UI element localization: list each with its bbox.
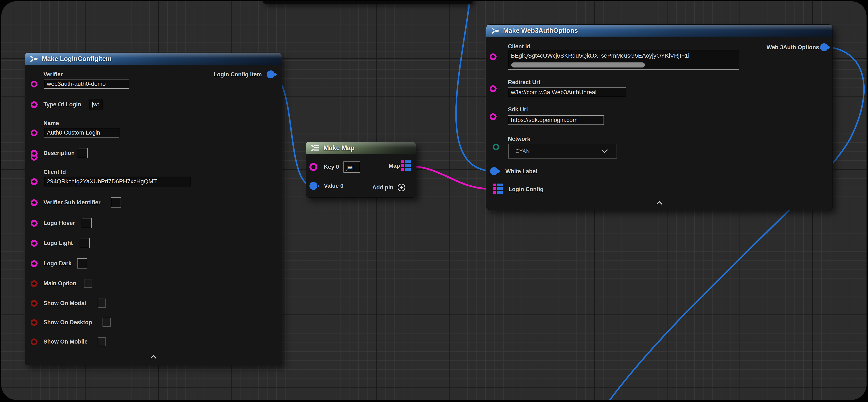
pin-key-0[interactable]	[309, 163, 317, 171]
field-label: Show On Mobile	[43, 339, 88, 345]
field-label: Client Id	[43, 169, 66, 175]
pin-name[interactable]	[31, 130, 37, 136]
node-title: Make Map	[323, 144, 354, 152]
client-id-value: BEglQSgt4cUWcj6SKRdu5QkOXTsePmMcusG5EAoy…	[511, 52, 737, 59]
pin-sdk-url[interactable]	[490, 113, 496, 120]
offscreen-node-fragment[interactable]	[262, 1, 473, 4]
wire-map-to-loginconfig[interactable]	[408, 166, 492, 189]
pin-client-id[interactable]	[31, 178, 37, 185]
type-of-login-input[interactable]	[89, 100, 103, 109]
output-label: Web 3Auth Options	[767, 44, 819, 51]
make-struct-icon	[30, 55, 38, 63]
chevron-down-icon	[601, 149, 608, 153]
pin-verifier-sub-identifier[interactable]	[31, 199, 37, 206]
node-header[interactable]: Make Map	[306, 142, 416, 154]
node-make-map[interactable]: Make Map Key 0 Map Value 0 Add pin +	[306, 142, 416, 198]
show-on-desktop-checkbox[interactable]	[102, 318, 111, 327]
key-0-input[interactable]	[343, 162, 360, 173]
field-label: Description	[43, 150, 75, 156]
add-pin-label[interactable]: Add pin	[372, 184, 393, 191]
client-id-input[interactable]	[44, 177, 191, 186]
verifier-sub-identifier-input[interactable]	[111, 197, 121, 207]
pin-map-out[interactable]	[401, 161, 411, 171]
field-label: Value 0	[324, 183, 343, 189]
logo-hover-input[interactable]	[82, 218, 92, 228]
field-label: Logo Hover	[43, 220, 75, 226]
map-output-label: Map	[389, 163, 400, 169]
pin-logo-dark[interactable]	[31, 260, 37, 267]
field-label: Network	[508, 136, 530, 142]
collapse-chevron-icon[interactable]	[656, 201, 663, 205]
field-label: Login Config	[508, 186, 544, 192]
show-on-modal-checkbox[interactable]	[98, 298, 106, 308]
verifier-input[interactable]	[44, 79, 129, 89]
client-id-input[interactable]: BEglQSgt4cUWcj6SKRdu5QkOXTsePmMcusG5EAoy…	[508, 51, 739, 69]
field-label: Redirect Url	[508, 79, 540, 85]
node-title: Make Web3AuthOptions	[503, 27, 578, 34]
node-header[interactable]: Make Web3AuthOptions	[486, 25, 833, 36]
field-label: Client Id	[508, 43, 530, 50]
field-label: Type Of Login	[43, 101, 81, 108]
main-option-checkbox[interactable]	[84, 279, 92, 288]
node-header[interactable]: Make LoginConfigItem	[25, 53, 282, 65]
make-map-icon	[310, 144, 320, 152]
add-pin-button[interactable]: +	[398, 184, 405, 191]
client-id-scrollbar[interactable]	[511, 62, 645, 67]
pin-description[interactable]	[31, 150, 37, 156]
network-value: CYAN	[516, 148, 530, 154]
pin-network[interactable]	[493, 144, 499, 150]
name-input[interactable]	[44, 128, 119, 138]
field-label: Show On Desktop	[43, 319, 92, 325]
field-label: Name	[43, 120, 59, 126]
sdk-url-input[interactable]	[508, 115, 604, 125]
network-dropdown[interactable]: CYAN	[508, 144, 617, 159]
pin-verifier[interactable]	[31, 81, 37, 87]
pin-show-on-mobile[interactable]	[31, 339, 37, 345]
field-label: Verifier Sub Identifier	[43, 199, 101, 206]
field-label: Main Option	[43, 280, 76, 287]
field-label: White Label	[505, 168, 537, 174]
field-label: Verifier	[43, 71, 63, 78]
node-make-web3authoptions[interactable]: Make Web3AuthOptions Web 3Auth Options C…	[486, 24, 833, 210]
make-struct-icon	[491, 27, 500, 34]
node-make-loginconfigitem[interactable]: Make LoginConfigItem Login Config Item V…	[25, 53, 282, 365]
output-label: Login Config Item	[214, 71, 262, 78]
pin-value-0[interactable]	[309, 182, 317, 190]
graph-world: Make LoginConfigItem Login Config Item V…	[1, 1, 867, 400]
field-label: Key 0	[324, 164, 339, 170]
pin-login-config[interactable]	[493, 183, 503, 194]
pin-client-id[interactable]	[490, 53, 496, 60]
logo-light-input[interactable]	[80, 238, 90, 248]
pin-type-of-login[interactable]	[31, 101, 37, 108]
pin-logo-hover[interactable]	[31, 220, 37, 227]
description-input[interactable]	[78, 148, 88, 158]
pin-redirect-url[interactable]	[490, 85, 496, 92]
pin-white-label[interactable]	[490, 167, 498, 175]
field-label: Sdk Url	[508, 106, 528, 113]
field-label: Show On Modal	[43, 300, 86, 306]
window-frame: Make LoginConfigItem Login Config Item V…	[0, 0, 868, 402]
node-title: Make LoginConfigItem	[42, 55, 112, 63]
pin-web3auth-options-out[interactable]	[820, 43, 828, 51]
field-label: Logo Light	[43, 240, 73, 246]
blueprint-graph-canvas[interactable]: Make LoginConfigItem Login Config Item V…	[1, 1, 867, 400]
field-label: Logo Dark	[43, 260, 72, 267]
pin-show-on-desktop[interactable]	[31, 319, 37, 326]
pin-login-config-item-out[interactable]	[267, 70, 275, 79]
redirect-url-input[interactable]	[508, 87, 626, 97]
pin-main-option[interactable]	[31, 280, 37, 287]
show-on-mobile-checkbox[interactable]	[98, 337, 106, 346]
pin-show-on-modal[interactable]	[31, 300, 37, 307]
logo-dark-input[interactable]	[77, 258, 87, 268]
collapse-chevron-icon[interactable]	[150, 355, 157, 359]
pin-logo-light[interactable]	[31, 240, 37, 247]
